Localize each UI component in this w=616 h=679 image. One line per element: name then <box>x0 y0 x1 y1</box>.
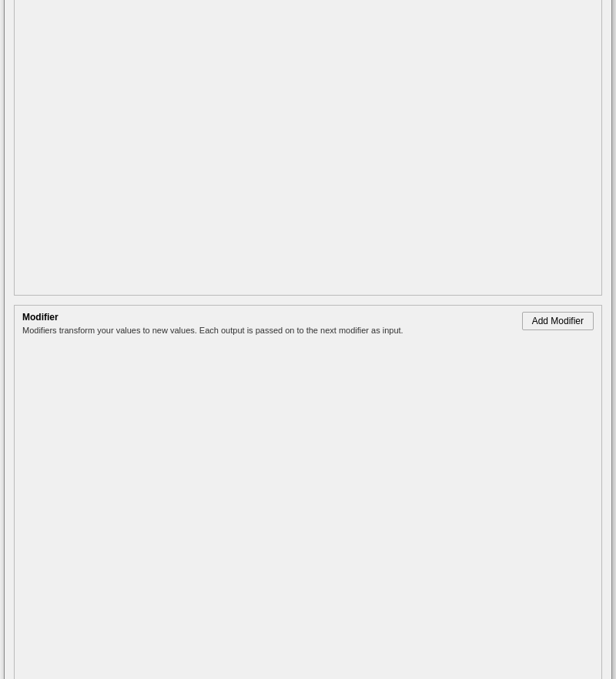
config-references-content-area <box>22 0 594 289</box>
modifier-title-group: Modifier Modifiers transform your values… <box>22 312 403 341</box>
main-window: MF Output Config Wizard - Radios — □ ✕ S… <box>4 0 612 679</box>
config-references-section: Config References Add references to othe… <box>14 0 602 296</box>
modifier-desc: Modifiers transform your values to new v… <box>22 326 403 335</box>
add-modifier-button[interactable]: Add Modifier <box>522 312 594 330</box>
modifier-title: Modifier <box>22 312 403 323</box>
modifier-section: Modifier Modifiers transform your values… <box>14 305 602 679</box>
modifier-header: Modifier Modifiers transform your values… <box>22 312 594 341</box>
main-content: Config References Add references to othe… <box>5 0 611 679</box>
